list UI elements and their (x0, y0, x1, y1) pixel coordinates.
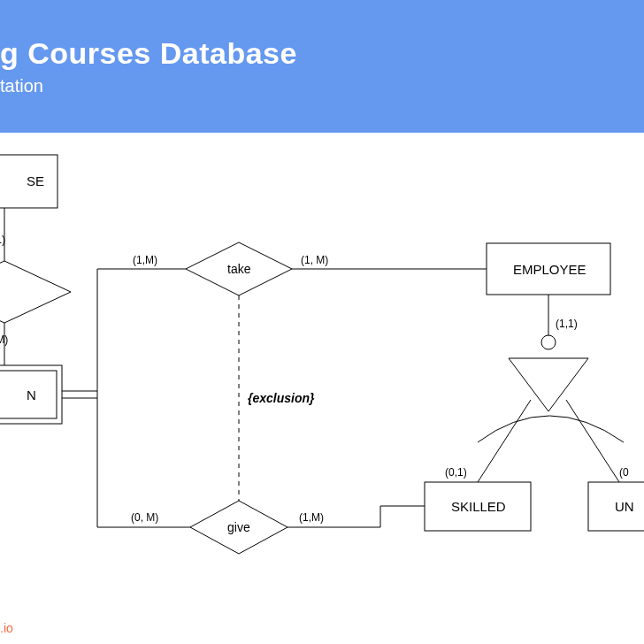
relationship-take-label: take (227, 262, 251, 276)
edge-gen-unskilled (566, 400, 619, 482)
card-unskilled-top: (0 (619, 466, 629, 479)
relationship-left (0, 261, 71, 323)
gen-circle (541, 335, 556, 349)
entity-employee-label: EMPLOYEE (513, 262, 586, 277)
card-left-top: ,1) (0, 234, 5, 246)
relationship-give-label: give (227, 520, 250, 534)
page-subtitle: tation (0, 76, 644, 96)
card-left-bottom: ,M) (0, 334, 8, 346)
er-diagram-svg: SE ,1) ,M) N (1,M) (0, M) take give {exc… (0, 133, 644, 644)
card-skilled-top: (0,1) (445, 466, 467, 479)
entity-n-label: N (27, 387, 36, 402)
entity-skilled-label: SKILLED (451, 499, 506, 514)
card-give-left: (0, M) (131, 511, 158, 524)
card-emp-gen: (1,1) (556, 318, 578, 330)
entity-unskilled-label: UN (615, 499, 634, 514)
diagram-canvas: SE ,1) ,M) N (1,M) (0, M) take give {exc… (0, 133, 644, 644)
header: g Courses Database tation (0, 0, 644, 133)
constraint-label: {exclusion} (248, 391, 315, 405)
generalization-triangle (509, 358, 588, 411)
card-take-right: (1, M) (301, 254, 328, 266)
entity-top-left-label: SE (27, 173, 44, 188)
page-title: g Courses Database (0, 36, 644, 71)
footer-link[interactable]: .io (0, 621, 13, 635)
generalization-arc (478, 416, 624, 442)
card-give-right: (1,M) (299, 511, 324, 524)
edge-gen-skilled (478, 400, 531, 482)
card-take-left: (1,M) (133, 254, 157, 266)
